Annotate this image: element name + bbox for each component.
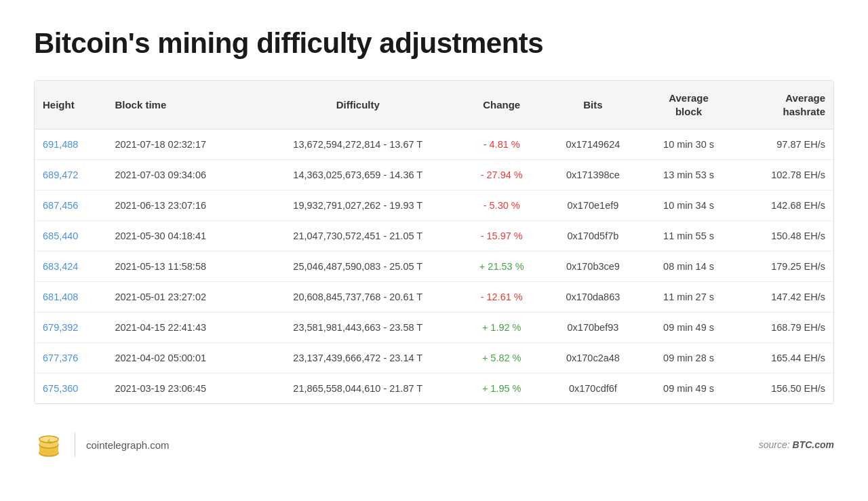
- cell-bits: 0x171398ce: [544, 160, 642, 191]
- cell-avg-hashrate: 102.78 EH/s: [735, 160, 833, 191]
- cell-difficulty: 19,932,791,027,262 - 19.93 T: [256, 191, 459, 221]
- cell-block-time: 2021-03-19 23:06:45: [106, 374, 256, 404]
- cell-height[interactable]: 677,376: [35, 343, 106, 374]
- height-link[interactable]: 677,376: [43, 353, 78, 363]
- cell-change: + 1.95 %: [459, 374, 544, 404]
- change-value: + 21.53 %: [479, 261, 524, 272]
- cell-difficulty: 21,865,558,044,610 - 21.87 T: [256, 374, 459, 404]
- cell-height[interactable]: 683,424: [35, 252, 106, 282]
- cell-avg-block: 09 min 49 s: [642, 374, 736, 404]
- cell-block-time: 2021-04-02 05:00:01: [106, 343, 256, 374]
- cell-avg-block: 10 min 30 s: [642, 129, 736, 160]
- cell-avg-block: 13 min 53 s: [642, 160, 736, 191]
- change-value: - 15.97 %: [481, 231, 523, 241]
- cell-avg-hashrate: 179.25 EH/s: [735, 252, 833, 282]
- source-name: BTC.com: [793, 439, 834, 450]
- data-table: Height Block time Difficulty Change Bits…: [34, 80, 834, 404]
- cell-height[interactable]: 681,408: [35, 282, 106, 313]
- cell-bits: 0x17149624: [544, 129, 642, 160]
- cell-change: + 21.53 %: [459, 252, 544, 282]
- page-title: Bitcoin's mining difficulty adjustments: [34, 27, 834, 60]
- footer-divider: [75, 433, 75, 457]
- cell-bits: 0x170e1ef9: [544, 191, 642, 221]
- cell-bits: 0x170bef93: [544, 313, 642, 343]
- table-row: 689,472 2021-07-03 09:34:06 14,363,025,6…: [35, 160, 833, 191]
- footer: cointelegraph.com source: BTC.com: [34, 423, 834, 460]
- cell-block-time: 2021-07-18 02:32:17: [106, 129, 256, 160]
- source-label: source:: [759, 439, 790, 450]
- cell-avg-hashrate: 156.50 EH/s: [735, 374, 833, 404]
- cell-block-time: 2021-06-13 23:07:16: [106, 191, 256, 221]
- change-value: - 4.81 %: [484, 139, 520, 150]
- cell-avg-block: 09 min 28 s: [642, 343, 736, 374]
- cell-bits: 0x170da863: [544, 282, 642, 313]
- cell-difficulty: 21,047,730,572,451 - 21.05 T: [256, 221, 459, 252]
- change-value: - 12.61 %: [481, 292, 523, 302]
- col-avg-hashrate: Averagehashrate: [735, 81, 833, 129]
- cell-difficulty: 13,672,594,272,814 - 13.67 T: [256, 129, 459, 160]
- cointelegraph-logo-icon: [34, 430, 64, 460]
- footer-left: cointelegraph.com: [34, 430, 170, 460]
- cell-avg-hashrate: 168.79 EH/s: [735, 313, 833, 343]
- table-row: 685,440 2021-05-30 04:18:41 21,047,730,5…: [35, 221, 833, 252]
- cell-change: - 4.81 %: [459, 129, 544, 160]
- change-value: + 1.95 %: [482, 383, 521, 394]
- cell-avg-block: 10 min 34 s: [642, 191, 736, 221]
- col-avg-block: Averageblock: [642, 81, 736, 129]
- table-row: 677,376 2021-04-02 05:00:01 23,137,439,6…: [35, 343, 833, 374]
- cell-block-time: 2021-05-01 23:27:02: [106, 282, 256, 313]
- cell-bits: 0x170c2a48: [544, 343, 642, 374]
- cell-bits: 0x170d5f7b: [544, 221, 642, 252]
- cell-difficulty: 25,046,487,590,083 - 25.05 T: [256, 252, 459, 282]
- cell-height[interactable]: 685,440: [35, 221, 106, 252]
- cell-avg-hashrate: 150.48 EH/s: [735, 221, 833, 252]
- table-header-row: Height Block time Difficulty Change Bits…: [35, 81, 833, 129]
- height-link[interactable]: 691,488: [43, 139, 78, 150]
- cell-difficulty: 23,581,981,443,663 - 23.58 T: [256, 313, 459, 343]
- cell-avg-block: 09 min 49 s: [642, 313, 736, 343]
- cell-avg-hashrate: 165.44 EH/s: [735, 343, 833, 374]
- cell-change: + 1.92 %: [459, 313, 544, 343]
- cell-block-time: 2021-05-30 04:18:41: [106, 221, 256, 252]
- height-link[interactable]: 683,424: [43, 261, 78, 272]
- change-value: - 27.94 %: [481, 169, 523, 180]
- cell-height[interactable]: 691,488: [35, 129, 106, 160]
- change-value: + 5.82 %: [482, 353, 521, 363]
- col-difficulty: Difficulty: [256, 81, 459, 129]
- cell-block-time: 2021-07-03 09:34:06: [106, 160, 256, 191]
- cell-difficulty: 20,608,845,737,768 - 20.61 T: [256, 282, 459, 313]
- cell-avg-hashrate: 142.68 EH/s: [735, 191, 833, 221]
- cell-bits: 0x170b3ce9: [544, 252, 642, 282]
- height-link[interactable]: 687,456: [43, 200, 78, 211]
- change-value: + 1.92 %: [482, 322, 521, 333]
- table-row: 679,392 2021-04-15 22:41:43 23,581,981,4…: [35, 313, 833, 343]
- col-height: Height: [35, 81, 106, 129]
- col-change: Change: [459, 81, 544, 129]
- change-value: - 5.30 %: [484, 200, 520, 211]
- table-row: 687,456 2021-06-13 23:07:16 19,932,791,0…: [35, 191, 833, 221]
- cell-avg-block: 11 min 55 s: [642, 221, 736, 252]
- cell-height[interactable]: 687,456: [35, 191, 106, 221]
- cell-height[interactable]: 679,392: [35, 313, 106, 343]
- cell-change: - 5.30 %: [459, 191, 544, 221]
- cell-bits: 0x170cdf6f: [544, 374, 642, 404]
- table-row: 691,488 2021-07-18 02:32:17 13,672,594,2…: [35, 129, 833, 160]
- col-bits: Bits: [544, 81, 642, 129]
- height-link[interactable]: 685,440: [43, 231, 78, 241]
- cell-difficulty: 23,137,439,666,472 - 23.14 T: [256, 343, 459, 374]
- cell-height[interactable]: 675,360: [35, 374, 106, 404]
- cell-change: - 27.94 %: [459, 160, 544, 191]
- footer-source: source: BTC.com: [759, 439, 834, 450]
- cell-block-time: 2021-05-13 11:58:58: [106, 252, 256, 282]
- cell-difficulty: 14,363,025,673,659 - 14.36 T: [256, 160, 459, 191]
- height-link[interactable]: 681,408: [43, 292, 78, 302]
- height-link[interactable]: 675,360: [43, 383, 78, 394]
- cell-avg-block: 11 min 27 s: [642, 282, 736, 313]
- height-link[interactable]: 689,472: [43, 169, 78, 180]
- height-link[interactable]: 679,392: [43, 322, 78, 333]
- table-row: 683,424 2021-05-13 11:58:58 25,046,487,5…: [35, 252, 833, 282]
- footer-domain: cointelegraph.com: [86, 439, 170, 451]
- cell-change: + 5.82 %: [459, 343, 544, 374]
- cell-height[interactable]: 689,472: [35, 160, 106, 191]
- col-block-time: Block time: [106, 81, 256, 129]
